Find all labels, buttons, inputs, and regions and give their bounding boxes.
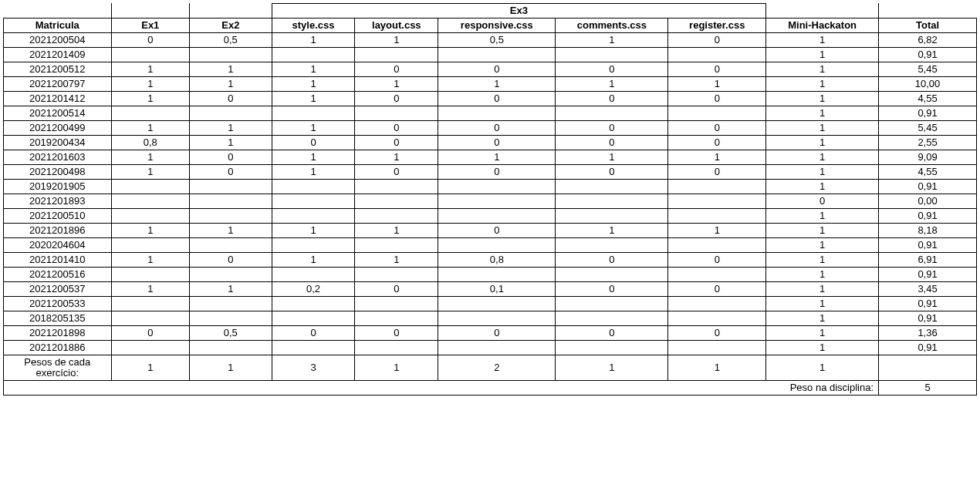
col-comments: comments.css <box>556 19 668 33</box>
matricula-cell: 2020204604 <box>4 238 112 253</box>
value-cell: 0 <box>190 150 272 165</box>
header-row-group: Ex3 <box>4 4 977 19</box>
value-cell: 1 <box>190 77 272 92</box>
matricula-cell: 2021200510 <box>4 209 112 224</box>
value-cell: 0 <box>111 326 189 341</box>
matricula-cell: 2021200533 <box>4 297 112 311</box>
value-cell <box>556 268 668 282</box>
value-cell: 0,91 <box>879 180 977 194</box>
value-cell: 1 <box>668 150 766 165</box>
value-cell: 0,91 <box>879 297 977 311</box>
value-cell: 0 <box>668 92 766 106</box>
value-cell: 0 <box>668 33 766 48</box>
value-cell: 1 <box>556 33 668 48</box>
value-cell <box>668 209 766 224</box>
value-cell: 0,00 <box>879 194 977 209</box>
matricula-cell: 2021201893 <box>4 194 112 209</box>
grades-table: Ex3 Matricula Ex1 Ex2 style.css layout.c… <box>3 3 977 396</box>
value-cell <box>438 106 556 121</box>
value-cell: 3,45 <box>879 282 977 297</box>
value-cell: 2,55 <box>879 136 977 150</box>
blank-cell <box>879 355 977 381</box>
value-cell: 0 <box>556 326 668 341</box>
weight-register: 1 <box>668 355 766 381</box>
col-layout: layout.css <box>355 19 438 33</box>
value-cell: 1 <box>766 33 879 48</box>
value-cell: 0 <box>272 136 355 150</box>
weight-responsive: 2 <box>438 355 556 381</box>
value-cell <box>272 194 355 209</box>
value-cell: 1 <box>766 282 879 297</box>
value-cell: 1 <box>111 92 189 106</box>
value-cell <box>556 48 668 62</box>
value-cell: 0 <box>668 326 766 341</box>
value-cell <box>272 297 355 311</box>
value-cell: 1 <box>556 150 668 165</box>
value-cell: 0 <box>355 165 438 180</box>
value-cell: 1 <box>556 224 668 238</box>
value-cell <box>272 180 355 194</box>
value-cell: 1 <box>766 268 879 282</box>
value-cell: 1 <box>766 341 879 355</box>
value-cell: 1 <box>272 92 355 106</box>
value-cell: 0 <box>668 62 766 77</box>
value-cell: 0,5 <box>190 326 272 341</box>
value-cell: 0 <box>556 165 668 180</box>
col-matricula: Matricula <box>4 19 112 33</box>
value-cell <box>190 194 272 209</box>
table-row: 2021200537110,200,10013,45 <box>4 282 977 297</box>
table-row: 202120053310,91 <box>4 297 977 311</box>
value-cell: 5,45 <box>879 62 977 77</box>
value-cell: 1 <box>272 77 355 92</box>
weight-comments: 1 <box>556 355 668 381</box>
header-row-cols: Matricula Ex1 Ex2 style.css layout.css r… <box>4 19 977 33</box>
value-cell <box>190 238 272 253</box>
value-cell <box>272 311 355 326</box>
value-cell: 1 <box>766 150 879 165</box>
value-cell <box>556 297 668 311</box>
table-row: 202120189800,50000011,36 <box>4 326 977 341</box>
matricula-cell: 2021200498 <box>4 165 112 180</box>
value-cell <box>355 180 438 194</box>
table-row: 202020460410,91 <box>4 238 977 253</box>
value-cell: 6,82 <box>879 33 977 48</box>
footer-value: 5 <box>879 381 977 396</box>
value-cell: 0 <box>556 253 668 268</box>
table-row: 2021200498101000014,55 <box>4 165 977 180</box>
value-cell: 5,45 <box>879 121 977 136</box>
value-cell <box>438 311 556 326</box>
value-cell <box>438 341 556 355</box>
value-cell <box>556 311 668 326</box>
table-row: 201820513510,91 <box>4 311 977 326</box>
value-cell: 1 <box>111 224 189 238</box>
blank-cell <box>190 4 272 19</box>
value-cell <box>668 297 766 311</box>
value-cell: 0 <box>668 253 766 268</box>
value-cell: 1 <box>355 77 438 92</box>
value-cell: 1 <box>766 238 879 253</box>
value-cell <box>355 106 438 121</box>
table-row: 202120189300,00 <box>4 194 977 209</box>
value-cell <box>190 297 272 311</box>
table-row: 202120051610,91 <box>4 268 977 282</box>
value-cell: 0 <box>438 224 556 238</box>
value-cell: 1 <box>190 136 272 150</box>
table-row: 2021201412101000014,55 <box>4 92 977 106</box>
matricula-cell: 2019201905 <box>4 180 112 194</box>
value-cell: 1 <box>272 33 355 48</box>
matricula-cell: 2021201603 <box>4 150 112 165</box>
value-cell: 0 <box>556 62 668 77</box>
matricula-cell: 2021200512 <box>4 62 112 77</box>
value-cell <box>190 106 272 121</box>
value-cell: 1 <box>766 224 879 238</box>
value-cell: 0 <box>190 165 272 180</box>
matricula-cell: 2021200499 <box>4 121 112 136</box>
value-cell: 1 <box>766 165 879 180</box>
value-cell <box>355 194 438 209</box>
value-cell: 0 <box>556 282 668 297</box>
value-cell <box>668 180 766 194</box>
value-cell: 1 <box>355 33 438 48</box>
value-cell: 0 <box>438 121 556 136</box>
value-cell: 1 <box>766 48 879 62</box>
value-cell: 1 <box>355 150 438 165</box>
